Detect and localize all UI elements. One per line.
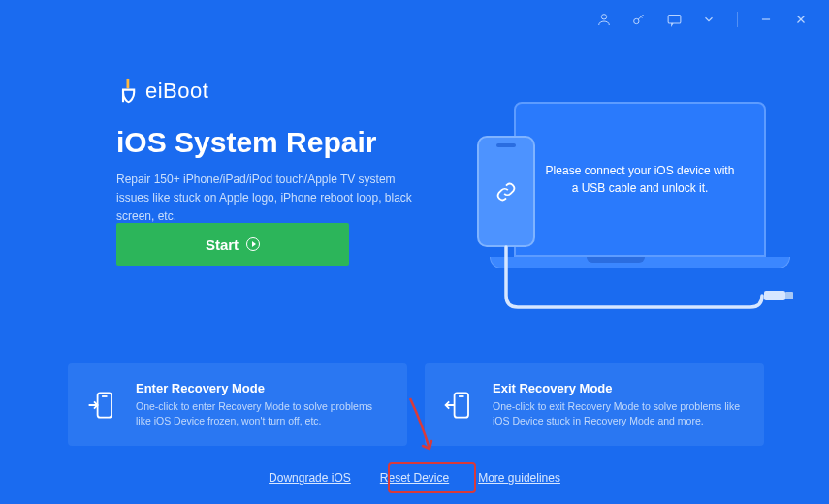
enter-recovery-card[interactable]: Enter Recovery Mode One-click to enter R… xyxy=(68,363,407,446)
key-icon[interactable] xyxy=(630,11,648,28)
footer-links: Downgrade iOS Reset Device More guidelin… xyxy=(0,471,829,485)
minimize-icon[interactable] xyxy=(757,11,775,28)
device-illustration: Please connect your iOS device with a US… xyxy=(456,102,776,325)
exit-recovery-icon xyxy=(442,388,477,423)
chevron-down-icon[interactable] xyxy=(700,11,717,28)
page-subtitle: Repair 150+ iPhone/iPad/iPod touch/Apple… xyxy=(116,171,417,227)
mode-cards: Enter Recovery Mode One-click to enter R… xyxy=(68,363,764,446)
usb-plug-icon xyxy=(764,291,785,300)
enter-recovery-icon xyxy=(85,388,120,423)
start-button-label: Start xyxy=(206,236,239,253)
enter-recovery-text: Enter Recovery Mode One-click to enter R… xyxy=(136,381,390,427)
exit-recovery-desc: One-click to exit Recovery Mode to solve… xyxy=(493,399,747,427)
play-icon xyxy=(246,237,260,251)
logo-icon xyxy=(116,78,143,105)
exit-recovery-text: Exit Recovery Mode One-click to exit Rec… xyxy=(493,381,747,427)
laptop-notch xyxy=(587,257,645,263)
svg-point-1 xyxy=(634,18,639,23)
svg-point-0 xyxy=(601,15,606,19)
phone xyxy=(477,136,535,247)
close-icon[interactable] xyxy=(792,11,810,28)
page-title: iOS System Repair xyxy=(116,126,417,159)
logo-text: eiBoot xyxy=(145,79,208,104)
enter-recovery-title: Enter Recovery Mode xyxy=(136,381,390,395)
exit-recovery-title: Exit Recovery Mode xyxy=(493,381,747,395)
connect-prompt: Please connect your iOS device with a US… xyxy=(545,162,735,197)
feedback-icon[interactable] xyxy=(665,11,683,28)
titlebar xyxy=(576,0,829,39)
link-icon xyxy=(494,180,518,204)
downgrade-ios-link[interactable]: Downgrade iOS xyxy=(269,471,351,485)
separator xyxy=(737,12,738,27)
more-guidelines-link[interactable]: More guidelines xyxy=(478,471,560,485)
laptop-screen: Please connect your iOS device with a US… xyxy=(514,102,766,257)
svg-rect-6 xyxy=(127,79,130,88)
enter-recovery-desc: One-click to enter Recovery Mode to solv… xyxy=(136,399,390,427)
exit-recovery-card[interactable]: Exit Recovery Mode One-click to exit Rec… xyxy=(425,363,764,446)
logo: eiBoot xyxy=(116,78,208,105)
user-icon[interactable] xyxy=(595,11,613,28)
hero: iOS System Repair Repair 150+ iPhone/iPa… xyxy=(116,126,417,227)
reset-device-link[interactable]: Reset Device xyxy=(380,471,449,485)
start-button[interactable]: Start xyxy=(116,223,349,266)
